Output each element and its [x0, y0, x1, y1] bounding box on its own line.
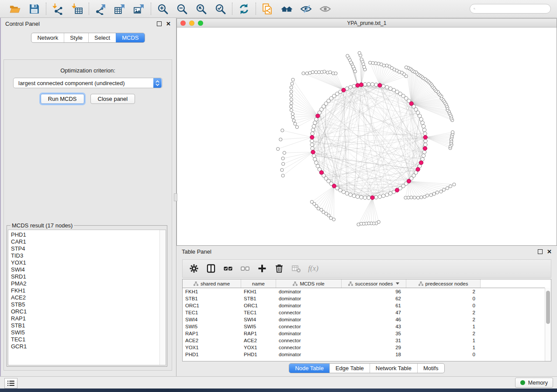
graph-node[interactable]: [279, 138, 282, 141]
delete-columns-icon[interactable]: [274, 263, 284, 274]
import-network-icon[interactable]: [52, 3, 64, 15]
graph-node[interactable]: [363, 65, 366, 69]
save-session-icon[interactable]: [28, 3, 40, 15]
column-header-name[interactable]: name: [241, 279, 276, 288]
graph-node[interactable]: [436, 191, 439, 194]
graph-node[interactable]: [409, 102, 413, 106]
graph-node[interactable]: [313, 158, 317, 161]
graph-node[interactable]: [405, 66, 408, 69]
graph-node[interactable]: [316, 114, 320, 118]
graph-node[interactable]: [311, 71, 314, 74]
graph-node[interactable]: [424, 139, 427, 143]
graph-node[interactable]: [295, 126, 298, 129]
open-folder-icon[interactable]: [9, 3, 21, 15]
tab-style[interactable]: Style: [64, 33, 88, 42]
graph-node[interactable]: [281, 157, 284, 160]
graph-node[interactable]: [290, 98, 293, 101]
graph-node[interactable]: [319, 171, 323, 175]
result-node-item[interactable]: CAR1: [11, 238, 163, 245]
delete-table-icon[interactable]: [291, 263, 301, 274]
graph-node[interactable]: [342, 190, 345, 193]
refresh-layout-icon[interactable]: [238, 3, 250, 15]
graph-node[interactable]: [281, 129, 284, 132]
graph-node[interactable]: [389, 192, 392, 195]
graph-node[interactable]: [294, 122, 297, 125]
result-node-item[interactable]: SWI4: [11, 266, 163, 273]
graph-node[interactable]: [281, 174, 284, 177]
graph-node[interactable]: [369, 61, 372, 64]
graph-node[interactable]: [404, 196, 407, 199]
graph-node[interactable]: [349, 193, 352, 196]
graph-node[interactable]: [356, 83, 360, 87]
hide-graphics-details-icon[interactable]: [300, 3, 312, 15]
result-node-item[interactable]: SWI5: [11, 329, 163, 336]
graph-node[interactable]: [313, 121, 317, 124]
graph-node[interactable]: [395, 188, 399, 192]
graph-node[interactable]: [422, 154, 425, 157]
graph-node[interactable]: [310, 139, 314, 143]
result-node-item[interactable]: TEC1: [11, 336, 163, 343]
minimize-window-icon[interactable]: [189, 21, 194, 26]
graph-node[interactable]: [449, 185, 452, 188]
unselect-all-columns-icon[interactable]: [240, 263, 250, 274]
graph-node[interactable]: [329, 71, 332, 74]
task-history-button[interactable]: [4, 378, 17, 389]
home-icon[interactable]: [281, 3, 293, 15]
graph-node[interactable]: [345, 192, 349, 195]
graph-node[interactable]: [374, 196, 378, 199]
graph-node[interactable]: [291, 116, 294, 119]
graph-node[interactable]: [419, 161, 423, 165]
zoom-fit-icon[interactable]: [195, 3, 207, 15]
tab-node-table[interactable]: Node Table: [289, 364, 329, 373]
mcds-result-list[interactable]: PHD1CAR1STP4TID3YOX1SWI4SRD1PMA2FKH1ACE2…: [8, 230, 166, 365]
graph-node[interactable]: [332, 184, 336, 188]
result-node-item[interactable]: STB5: [11, 301, 163, 308]
criterion-select[interactable]: largest connected component (undirected): [13, 78, 163, 88]
close-window-icon[interactable]: [180, 21, 186, 26]
graph-node[interactable]: [290, 102, 293, 105]
table-row-stb1[interactable]: STB1STB1dominator620: [183, 295, 551, 302]
graph-node[interactable]: [385, 86, 389, 89]
graph-node[interactable]: [312, 124, 315, 128]
graph-node[interactable]: [378, 83, 382, 87]
column-header-mcds-role[interactable]: MCDS role: [276, 279, 342, 288]
table-row-orc1[interactable]: ORC1ORC1dominator610: [183, 302, 551, 309]
graph-node[interactable]: [358, 52, 361, 55]
graph-node[interactable]: [423, 132, 427, 135]
graph-node[interactable]: [381, 84, 385, 88]
result-node-item[interactable]: STP4: [11, 245, 163, 252]
graph-node[interactable]: [290, 105, 293, 108]
graph-node[interactable]: [429, 193, 432, 196]
table-row-yox1[interactable]: YOX1YOX1connector291: [183, 344, 551, 351]
tab-mcds[interactable]: MCDS: [116, 33, 144, 42]
function-builder-icon[interactable]: f(x): [308, 263, 318, 274]
graph-node[interactable]: [290, 109, 293, 112]
graph-node[interactable]: [432, 193, 436, 196]
graph-node[interactable]: [305, 72, 308, 75]
table-row-swi5[interactable]: SWI5SWI5connector431: [183, 323, 551, 330]
result-node-item[interactable]: STB1: [11, 322, 163, 329]
graph-node[interactable]: [389, 87, 392, 90]
graph-node[interactable]: [416, 167, 420, 171]
graph-node[interactable]: [422, 128, 426, 131]
tab-motifs[interactable]: Motifs: [417, 364, 444, 373]
graph-node[interactable]: [334, 72, 337, 75]
graph-node[interactable]: [291, 112, 294, 115]
graph-node[interactable]: [424, 143, 427, 146]
graph-node[interactable]: [290, 86, 293, 89]
result-node-item[interactable]: ACE2: [11, 294, 163, 301]
graph-node[interactable]: [410, 196, 413, 199]
graph-node[interactable]: [421, 121, 424, 124]
tab-network[interactable]: Network: [31, 33, 64, 42]
graph-node[interactable]: [451, 131, 454, 134]
result-node-item[interactable]: GCR1: [11, 343, 163, 350]
run-mcds-button[interactable]: Run MCDS: [41, 94, 84, 104]
graph-node[interactable]: [363, 196, 367, 199]
float-table-panel-icon[interactable]: [538, 249, 543, 254]
result-node-item[interactable]: SRD1: [11, 273, 163, 280]
graph-node[interactable]: [453, 183, 456, 186]
result-node-item[interactable]: YOX1: [11, 259, 163, 266]
result-node-item[interactable]: TID3: [11, 252, 163, 259]
graph-node[interactable]: [315, 71, 318, 74]
select-all-columns-icon[interactable]: [223, 263, 233, 274]
